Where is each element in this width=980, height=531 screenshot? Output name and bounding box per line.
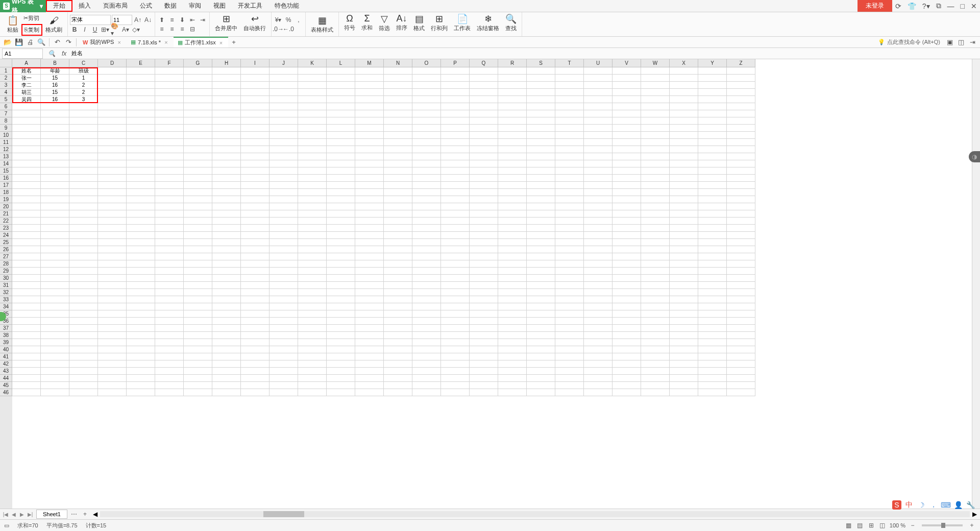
cell-J32[interactable] — [270, 289, 298, 296]
cell-W38[interactable] — [641, 332, 670, 339]
cell-C5[interactable]: 3 — [69, 96, 98, 103]
cell-X39[interactable] — [670, 339, 698, 346]
cell-S38[interactable] — [527, 332, 555, 339]
cell-Y6[interactable] — [698, 103, 727, 110]
cell-K24[interactable] — [298, 232, 327, 239]
cell-B38[interactable] — [41, 332, 69, 339]
cell-D46[interactable] — [98, 389, 127, 396]
cell-B22[interactable] — [41, 218, 69, 225]
cell-H24[interactable] — [212, 232, 241, 239]
row-header-41[interactable]: 41 — [0, 353, 12, 360]
cell-T31[interactable] — [555, 282, 584, 289]
cell-N44[interactable] — [384, 375, 412, 382]
auto-wrap-button[interactable]: ↩ 自动换行 — [240, 12, 269, 36]
cell-X29[interactable] — [670, 268, 698, 275]
cell-H21[interactable] — [212, 210, 241, 218]
cell-Y22[interactable] — [698, 218, 727, 225]
sheet-next-icon[interactable]: ▶ — [18, 511, 26, 518]
cell-M14[interactable] — [355, 160, 384, 167]
cell-G5[interactable] — [184, 96, 212, 103]
cell-A24[interactable] — [12, 232, 41, 239]
cell-Y16[interactable] — [698, 175, 727, 182]
percent-icon[interactable]: % — [284, 15, 293, 25]
cell-X28[interactable] — [670, 260, 698, 268]
cell-G25[interactable] — [184, 239, 212, 246]
cell-M34[interactable] — [355, 303, 384, 310]
cell-H27[interactable] — [212, 253, 241, 260]
cell-H38[interactable] — [212, 332, 241, 339]
cell-Y44[interactable] — [698, 375, 727, 382]
cell-W18[interactable] — [641, 189, 670, 196]
cell-Z39[interactable] — [727, 339, 755, 346]
cell-S27[interactable] — [527, 253, 555, 260]
cell-U8[interactable] — [584, 117, 612, 125]
cell-U12[interactable] — [584, 146, 612, 153]
cell-W40[interactable] — [641, 346, 670, 353]
cell-X24[interactable] — [670, 232, 698, 239]
cell-T13[interactable] — [555, 153, 584, 160]
cell-A13[interactable] — [12, 153, 41, 160]
tray-punct-icon[interactable]: ， — [929, 500, 938, 510]
cell-M33[interactable] — [355, 296, 384, 303]
col-header-N[interactable]: N — [384, 59, 412, 67]
cell-W8[interactable] — [641, 117, 670, 125]
row-header-32[interactable]: 32 — [0, 289, 12, 296]
cell-Q2[interactable] — [470, 75, 498, 82]
cell-X32[interactable] — [670, 289, 698, 296]
minimize-icon[interactable]: — — [944, 2, 958, 10]
cell-T18[interactable] — [555, 189, 584, 196]
cell-X16[interactable] — [670, 175, 698, 182]
cell-B8[interactable] — [41, 117, 69, 125]
cell-C42[interactable] — [69, 360, 98, 368]
cell-N26[interactable] — [384, 246, 412, 253]
zoom-out-icon[interactable]: − — [909, 521, 917, 529]
cell-N23[interactable] — [384, 225, 412, 232]
cell-T34[interactable] — [555, 303, 584, 310]
cell-K13[interactable] — [298, 153, 327, 160]
cell-Z2[interactable] — [727, 75, 755, 82]
cell-T40[interactable] — [555, 346, 584, 353]
cell-J9[interactable] — [270, 125, 298, 132]
cell-O30[interactable] — [412, 275, 441, 282]
cell-O29[interactable] — [412, 268, 441, 275]
cell-O7[interactable] — [412, 110, 441, 117]
cell-A14[interactable] — [12, 160, 41, 167]
cell-A5[interactable]: 吴四 — [12, 96, 41, 103]
cell-J41[interactable] — [270, 353, 298, 360]
cell-U23[interactable] — [584, 225, 612, 232]
cell-E28[interactable] — [127, 260, 155, 268]
cell-U4[interactable] — [584, 89, 612, 96]
cell-U30[interactable] — [584, 275, 612, 282]
cell-F31[interactable] — [155, 282, 184, 289]
cell-Z13[interactable] — [727, 153, 755, 160]
cell-A28[interactable] — [12, 260, 41, 268]
vertical-scrollbar[interactable] — [972, 59, 980, 509]
merge-icon[interactable]: ⊟ — [188, 25, 197, 34]
cell-N24[interactable] — [384, 232, 412, 239]
border-button[interactable]: ⊞▾ — [101, 25, 110, 34]
cell-V39[interactable] — [612, 339, 641, 346]
cell-H18[interactable] — [212, 189, 241, 196]
cell-E5[interactable] — [127, 96, 155, 103]
cell-V15[interactable] — [612, 167, 641, 175]
cell-Z27[interactable] — [727, 253, 755, 260]
cell-G2[interactable] — [184, 75, 212, 82]
cell-D14[interactable] — [98, 160, 127, 167]
cell-R4[interactable] — [498, 89, 527, 96]
cell-C14[interactable] — [69, 160, 98, 167]
cell-K26[interactable] — [298, 246, 327, 253]
cell-L41[interactable] — [327, 353, 355, 360]
cell-I6[interactable] — [241, 103, 270, 110]
cell-R32[interactable] — [498, 289, 527, 296]
cell-E42[interactable] — [127, 360, 155, 368]
cell-Q39[interactable] — [470, 339, 498, 346]
cell-T1[interactable] — [555, 67, 584, 75]
bold-button[interactable]: B — [70, 25, 79, 34]
cell-H35[interactable] — [212, 310, 241, 318]
cell-I30[interactable] — [241, 275, 270, 282]
cell-A29[interactable] — [12, 268, 41, 275]
cell-I23[interactable] — [241, 225, 270, 232]
cell-Z14[interactable] — [727, 160, 755, 167]
cell-S36[interactable] — [527, 318, 555, 325]
cell-L5[interactable] — [327, 96, 355, 103]
